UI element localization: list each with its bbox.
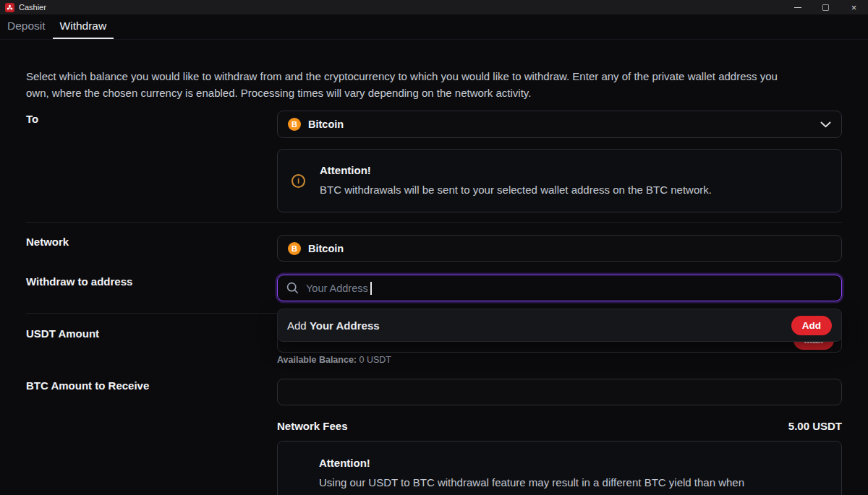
titlebar: Cashier ×	[0, 0, 868, 14]
to-label: To	[26, 113, 38, 125]
btc-amount-label: BTC Amount to Receive	[26, 379, 149, 392]
address-dropdown-highlight: Your Address	[310, 319, 380, 332]
address-dropdown-option[interactable]: Add Your Address	[287, 319, 380, 332]
maximize-icon[interactable]	[812, 0, 840, 14]
intro-line-2: own, where the chosen currency is enable…	[26, 85, 843, 101]
address-dropdown: Add Your Address Add	[277, 309, 842, 342]
address-input[interactable]	[306, 283, 833, 294]
to-select-value: Bitcoin	[308, 119, 344, 130]
attention-bottom-line-2: exchanged on the open market. This is be…	[319, 491, 827, 495]
add-address-button[interactable]: Add	[791, 316, 832, 335]
app-logo-icon	[5, 3, 14, 12]
text-caret	[370, 282, 372, 295]
network-select[interactable]: B Bitcoin	[277, 235, 842, 262]
chevron-down-icon	[820, 121, 831, 128]
attention-top-body: BTC withdrawals will be sent to your sel…	[320, 181, 712, 198]
address-input-wrapper	[277, 275, 842, 301]
network-fees-label: Network Fees	[277, 420, 348, 432]
window-controls: ×	[783, 0, 868, 14]
available-balance: Available Balance: 0 USDT	[277, 355, 391, 365]
network-fees-value: 5.00 USDT	[788, 420, 842, 432]
attention-box-top: i Attention! BTC withdrawals will be sen…	[277, 149, 842, 212]
bitcoin-icon: B	[288, 242, 301, 255]
available-balance-value: 0 USDT	[359, 355, 391, 365]
network-fees-row: Network Fees 5.00 USDT	[277, 420, 842, 432]
withdraw-address-label: Withdraw to address	[26, 275, 132, 288]
minimize-icon[interactable]	[783, 0, 812, 14]
intro-text: Select which balance you would like to w…	[26, 68, 843, 101]
btc-amount-input[interactable]	[277, 379, 842, 405]
tabbar: Deposit Withdraw	[0, 14, 868, 40]
attention-bottom-line-1: Using our USDT to BTC withdrawal feature…	[319, 474, 827, 491]
to-select[interactable]: B Bitcoin	[277, 111, 842, 138]
network-label: Network	[26, 236, 69, 248]
available-balance-label: Available Balance:	[277, 355, 357, 365]
network-select-value: Bitcoin	[308, 243, 344, 254]
attention-bottom-title: Attention!	[319, 457, 827, 469]
window-title: Cashier	[19, 3, 46, 12]
attention-top-title: Attention!	[320, 164, 712, 176]
intro-line-1: Select which balance you would like to w…	[26, 68, 843, 85]
info-icon: i	[292, 174, 305, 188]
tab-withdraw[interactable]: Withdraw	[53, 14, 114, 39]
close-icon[interactable]: ×	[840, 0, 868, 14]
search-icon	[286, 282, 299, 294]
divider	[26, 222, 842, 223]
address-dropdown-prefix: Add	[287, 319, 307, 332]
usdt-amount-label: USDT Amount	[26, 327, 99, 340]
bitcoin-icon: B	[288, 118, 301, 131]
tab-deposit[interactable]: Deposit	[0, 14, 53, 39]
attention-box-bottom: Attention! Using our USDT to BTC withdra…	[277, 441, 842, 495]
